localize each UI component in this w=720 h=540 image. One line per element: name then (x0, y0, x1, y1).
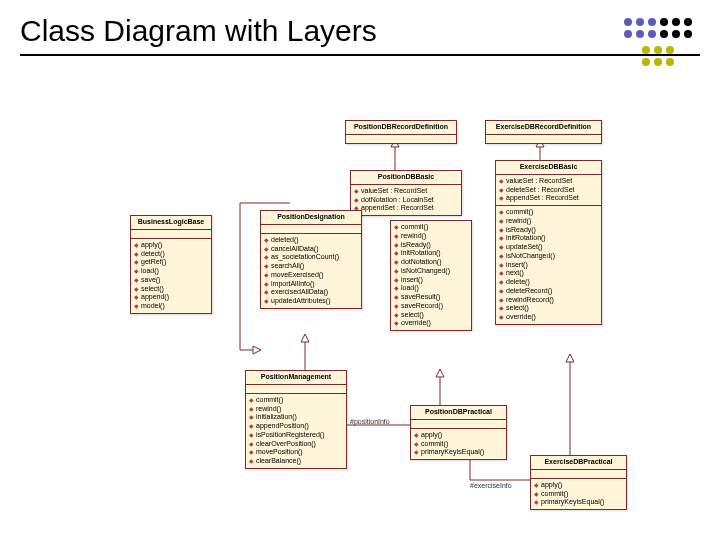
op: searchAll() (264, 262, 358, 271)
class-exercise-db-record-def: ExerciseDBRecordDefinition (485, 120, 602, 144)
op: isNotChanged() (394, 267, 468, 276)
svg-point-13 (654, 46, 662, 54)
op: primaryKeyIsEqual() (414, 448, 503, 457)
op: insert() (499, 261, 598, 270)
title-rule (20, 54, 700, 56)
class-position-db-record-def: PositionDBRecordDefinition (345, 120, 457, 144)
op: model() (134, 302, 208, 311)
svg-point-5 (648, 30, 656, 38)
svg-point-12 (642, 46, 650, 54)
op: saveRecord() (394, 302, 468, 311)
op: commit() (394, 223, 468, 232)
svg-point-4 (636, 30, 644, 38)
svg-point-11 (684, 30, 692, 38)
class-name: ExerciseDBPractical (531, 456, 626, 470)
op: moveExercised() (264, 271, 358, 280)
svg-point-2 (648, 18, 656, 26)
svg-point-6 (660, 18, 668, 26)
op: load() (134, 267, 208, 276)
op: apply() (414, 431, 503, 440)
op: dotNotation() (394, 258, 468, 267)
op: commit() (249, 396, 343, 405)
op: next() (499, 269, 598, 278)
op: rewind() (249, 405, 343, 414)
op: apply() (534, 481, 623, 490)
svg-point-3 (624, 30, 632, 38)
op: initRotation() (394, 249, 468, 258)
attr: valueSet : RecordSet (499, 177, 598, 186)
svg-point-9 (660, 30, 668, 38)
op: save() (134, 276, 208, 285)
class-position-db-practical: PositionDBPractical apply() commit() pri… (410, 405, 507, 460)
class-name: ExerciseDBBasic (496, 161, 601, 175)
op: append() (134, 293, 208, 302)
op: override() (499, 313, 598, 322)
class-name: PositionDBPractical (411, 406, 506, 420)
svg-point-14 (666, 46, 674, 54)
op: apply() (134, 241, 208, 250)
op: deleted() (264, 236, 358, 245)
op: commit() (499, 208, 598, 217)
op: appendPosition() (249, 422, 343, 431)
op: select() (499, 304, 598, 313)
op: updateSet() (499, 243, 598, 252)
op: primaryKeyIsEqual() (534, 498, 623, 507)
attr: appendSet : RecordSet (499, 194, 598, 203)
op: select() (394, 311, 468, 320)
class-name: PositionDBBasic (351, 171, 461, 185)
op: isPositionRegistered() (249, 431, 343, 440)
attr: appendSet : RecordSet (354, 204, 458, 213)
attr: dotNotation : LocalnSet (354, 196, 458, 205)
diagram-canvas: PositionDBRecordDefinition ExerciseDBRec… (0, 60, 720, 540)
op: commit() (534, 490, 623, 499)
op: getRef() (134, 258, 208, 267)
op: rewindRecord() (499, 296, 598, 305)
op: rewind() (499, 217, 598, 226)
op: load() (394, 284, 468, 293)
class-exercise-db-basic: ExerciseDBBasic valueSet : RecordSet del… (495, 160, 602, 325)
op: initRotation() (499, 234, 598, 243)
class-name: PositionDesignation (261, 211, 361, 225)
svg-point-7 (672, 18, 680, 26)
class-name: PositionManagement (246, 371, 346, 385)
op: clearOverPosition() (249, 440, 343, 449)
attr: deleteSet : RecordSet (499, 186, 598, 195)
op: rewind() (394, 232, 468, 241)
op: isReady() (394, 241, 468, 250)
op: deleteRecord() (499, 287, 598, 296)
op: cancelAllData() (264, 245, 358, 254)
class-name: BusinessLogicBase (131, 216, 211, 230)
class-position-db-ops: commit() rewind() isReady() initRotation… (390, 220, 472, 331)
class-exercise-db-practical: ExerciseDBPractical apply() commit() pri… (530, 455, 627, 510)
op: as_societationCount() (264, 253, 358, 262)
op: isReady() (499, 226, 598, 235)
op: saveResult() (394, 293, 468, 302)
op: override() (394, 319, 468, 328)
class-business-logic-base: BusinessLogicBase apply() detect() getRe… (130, 215, 212, 314)
op: commit() (414, 440, 503, 449)
page-title: Class Diagram with Layers (20, 14, 700, 48)
assoc-label-position-info: #positionInfo (350, 418, 390, 425)
class-position-management: PositionManagement commit() rewind() ini… (245, 370, 347, 469)
op: movePosition() (249, 448, 343, 457)
svg-point-8 (684, 18, 692, 26)
svg-point-1 (636, 18, 644, 26)
op: insert() (394, 276, 468, 285)
op: exercisedAllData() (264, 288, 358, 297)
op: select() (134, 285, 208, 294)
op: initialization() (249, 413, 343, 422)
svg-point-0 (624, 18, 632, 26)
class-position-designation: PositionDesignation deleted() cancelAllD… (260, 210, 362, 309)
op: detect() (134, 250, 208, 259)
op: delete() (499, 278, 598, 287)
class-name: ExerciseDBRecordDefinition (486, 121, 601, 135)
class-position-db-basic: PositionDBBasic valueSet : RecordSet dot… (350, 170, 462, 216)
svg-point-10 (672, 30, 680, 38)
op: updatedAttributes() (264, 297, 358, 306)
op: isNotChanged() (499, 252, 598, 261)
op: clearBalance() (249, 457, 343, 466)
assoc-label-exercise-info: #exerciseInfo (470, 482, 512, 489)
class-name: PositionDBRecordDefinition (346, 121, 456, 135)
op: importAllInfo() (264, 280, 358, 289)
attr: valueSet : RecordSet (354, 187, 458, 196)
